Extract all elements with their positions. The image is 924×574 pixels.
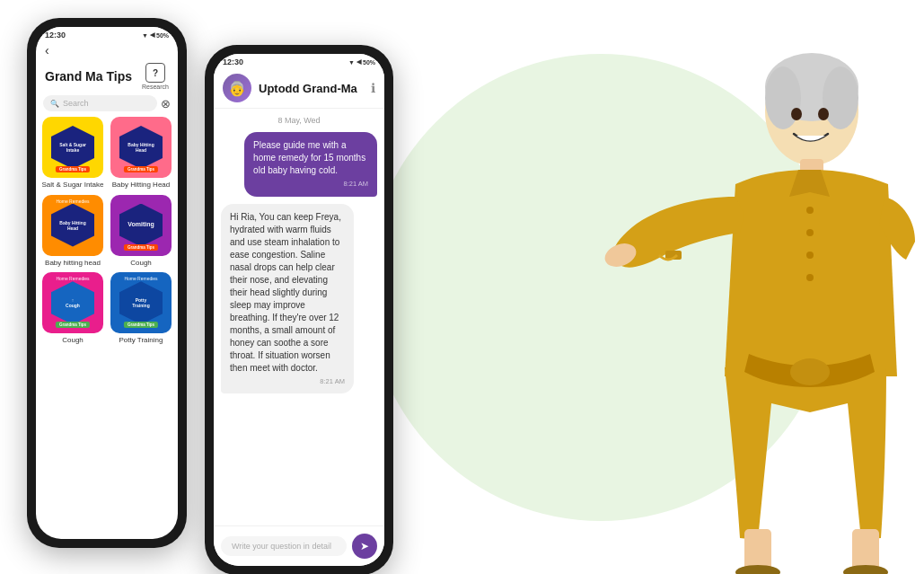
sent-bubble-1: Please guide me with a home remedy for 1… (244, 132, 377, 197)
time-2: 12:30 (223, 57, 243, 66)
chat-date: 8 May, Wed (214, 109, 384, 128)
tip-card-potty-training[interactable]: PottyTraining Home Remedies Grandma Tips… (110, 272, 172, 345)
info-icon[interactable]: ℹ (371, 81, 375, 95)
phone-2: 12:30 ▼ ◀ 50% 👵 Uptodd Grand-Ma ℹ (205, 45, 393, 574)
tip-card-baby-hitting-1[interactable]: Baby HittingHead Grandma Tips Baby Hitti… (110, 117, 172, 190)
svg-point-7 (806, 207, 814, 214)
received-text-1: Hi Ria, You can keep Freya, hydrated wit… (230, 212, 341, 373)
tip-label-6: Potty Training (119, 336, 163, 345)
research-label: Research (142, 84, 169, 90)
tip-card-salt-sugar[interactable]: Salt & SugarIntake Grandma Tips Salt & S… (41, 117, 104, 190)
svg-point-12 (790, 358, 830, 385)
tip-image-5: ↑Cough Home Remedies Grandma Tips (42, 272, 103, 333)
phone-1: 12:30 ▼ ◀ 50% ‹ Grand Ma Tips ? (27, 18, 187, 548)
chat-name: Uptodd Grand-Ma (259, 82, 364, 95)
search-icon: 🔍 (50, 100, 59, 108)
tip-image-3: Baby HittingHead Home Remedies (42, 195, 103, 256)
svg-point-10 (806, 274, 814, 281)
tip-label-1: Salt & Sugar Intake (42, 181, 104, 190)
send-icon: ➤ (360, 540, 369, 552)
search-bar: 🔍 Search ⊗ (43, 95, 171, 111)
tip-image-1: Salt & SugarIntake Grandma Tips (42, 117, 103, 178)
tip-image-4: Vomiting Grandma Tips (110, 195, 172, 256)
tip-card-vomiting[interactable]: Vomiting Grandma Tips Cough (110, 195, 172, 268)
status-icons-1: ▼ ◀ 50% (142, 31, 169, 39)
sent-text-1: Please guide me with a home remedy for 1… (253, 140, 365, 175)
chat-input[interactable]: Write your question in detail (221, 536, 347, 556)
search-input-container[interactable]: 🔍 Search (43, 95, 157, 111)
svg-point-3 (823, 66, 858, 129)
signal-icon: ▼ (142, 32, 148, 39)
research-button[interactable]: ? Research (142, 63, 169, 90)
svg-point-16 (843, 565, 888, 574)
svg-point-9 (806, 252, 814, 259)
received-message-1: Hi Ria, You can keep Freya, hydrated wit… (221, 204, 377, 394)
svg-point-15 (735, 565, 780, 574)
phones-container: 12:30 ▼ ◀ 50% ‹ Grand Ma Tips ? (27, 18, 393, 574)
status-bar-1: 12:30 ▼ ◀ 50% (36, 27, 178, 41)
svg-point-8 (806, 229, 814, 236)
tip-label-2: Baby Hitting Head (112, 181, 170, 190)
phone-1-screen: 12:30 ▼ ◀ 50% ‹ Grand Ma Tips ? (36, 27, 178, 539)
chat-input-placeholder: Write your question in detail (232, 542, 331, 551)
time-1: 12:30 (45, 31, 66, 40)
tip-label-5: Cough (62, 336, 84, 345)
research-icon: ? (145, 63, 165, 83)
sent-time-1: 8:21 AM (253, 180, 368, 190)
tips-header: Grand Ma Tips ? Research (36, 59, 178, 95)
received-time-1: 8:21 AM (230, 377, 345, 387)
tip-card-baby-hitting-2[interactable]: Baby HittingHead Home Remedies Baby hitt… (41, 195, 104, 268)
status-bar-2: 12:30 ▼ ◀ 50% (214, 54, 384, 68)
sent-message-1: Please guide me with a home remedy for 1… (221, 132, 377, 197)
tip-card-cough[interactable]: ↑Cough Home Remedies Grandma Tips Cough (41, 272, 104, 345)
phone-2-screen: 12:30 ▼ ◀ 50% 👵 Uptodd Grand-Ma ℹ (214, 54, 384, 566)
woman-svg (592, 17, 924, 574)
tip-label-4: Cough (130, 259, 152, 268)
chat-header: 👵 Uptodd Grand-Ma ℹ (214, 68, 384, 109)
tip-image-2: Baby HittingHead Grandma Tips (110, 117, 172, 178)
back-button[interactable]: ‹ (36, 41, 178, 59)
tip-image-6: PottyTraining Home Remedies Grandma Tips (110, 272, 172, 333)
svg-point-4 (791, 108, 802, 120)
wifi-icon-2: ◀ (356, 58, 361, 66)
chat-messages: Please guide me with a home remedy for 1… (214, 128, 384, 525)
chat-body: 8 May, Wed Please guide me with a home r… (214, 109, 384, 566)
battery-1: 50% (156, 32, 169, 39)
search-placeholder: Search (63, 99, 89, 108)
tip-label-3: Baby hitting head (45, 259, 101, 268)
received-bubble-1: Hi Ria, You can keep Freya, hydrated wit… (221, 204, 354, 394)
filter-icon[interactable]: ⊗ (161, 97, 171, 110)
battery-2: 50% (363, 59, 375, 66)
chat-avatar: 👵 (223, 74, 251, 102)
signal-icon-2: ▼ (348, 59, 355, 66)
status-icons-2: ▼ ◀ 50% (348, 58, 375, 66)
send-button[interactable]: ➤ (352, 534, 377, 559)
chat-input-bar: Write your question in detail ➤ (214, 525, 384, 566)
tips-grid: Salt & SugarIntake Grandma Tips Salt & S… (36, 117, 178, 345)
svg-point-5 (818, 108, 829, 120)
tips-title: Grand Ma Tips (45, 69, 132, 84)
wifi-icon: ◀ (150, 31, 154, 39)
woman-figure-area (583, 0, 924, 574)
